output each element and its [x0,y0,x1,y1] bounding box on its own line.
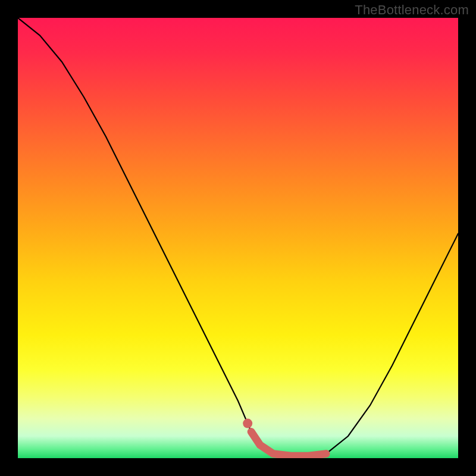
optimal-range-highlight [251,432,326,456]
highlight-start-dot [243,419,252,428]
bottleneck-curve-line [18,18,458,456]
plot-area [18,18,458,458]
watermark-text: TheBottleneck.com [355,2,469,18]
chart-svg [18,18,458,458]
